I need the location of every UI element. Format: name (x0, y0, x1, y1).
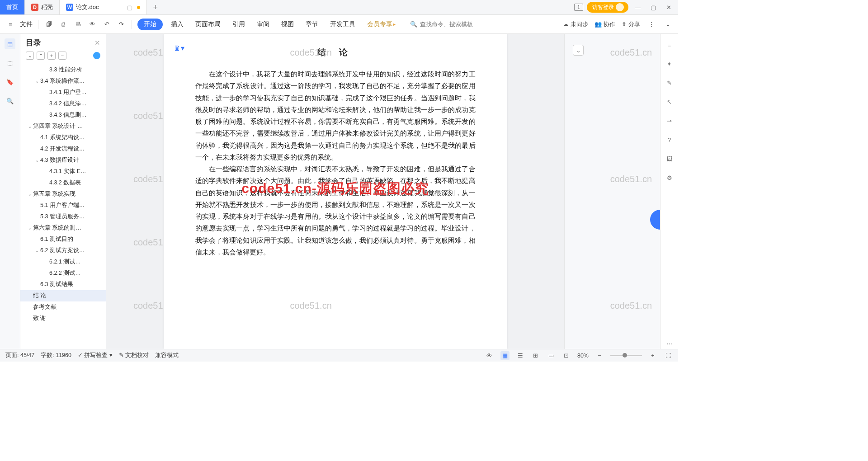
toc-item[interactable]: ⌄第五章 系统实现 (20, 188, 106, 200)
rrail-image-icon[interactable]: 🖼 (664, 153, 675, 164)
screen-icon[interactable]: ▢ (127, 4, 132, 11)
rail-nav-icon[interactable]: ⬚ (5, 57, 15, 68)
status-read-view-icon[interactable]: ▭ (547, 351, 556, 360)
print-icon[interactable]: 🖶 (73, 19, 83, 29)
share-button[interactable]: ⇪分享 (622, 20, 640, 28)
toc-remove-icon[interactable]: − (58, 52, 66, 60)
toc-item[interactable]: ⌄4.3 数据库设计 (20, 155, 106, 166)
right-drawer-handle[interactable] (650, 210, 660, 230)
rrail-gear-icon[interactable]: ⚙ (664, 172, 675, 183)
window-count-icon[interactable]: 1 (574, 4, 583, 11)
zoom-fit-icon[interactable]: ⊡ (562, 351, 571, 360)
toc-item[interactable]: 5.3 管理员服务… (20, 211, 106, 222)
toc-item[interactable]: 5.1 用户客户端… (20, 200, 106, 211)
page-anchor-icon[interactable]: 🗎▾ (174, 44, 184, 52)
rrail-style-icon[interactable]: ≡ (664, 39, 675, 50)
status-spellcheck[interactable]: ✓ 拼写检查 ▾ (78, 352, 113, 359)
zoom-in-icon[interactable]: + (648, 351, 657, 360)
zoom-level[interactable]: 80% (577, 353, 589, 359)
tab-daoke[interactable]: D稻壳 (25, 0, 60, 14)
status-compat[interactable]: 兼容模式 (155, 352, 179, 359)
toc-expand-icon[interactable]: ⌃ (37, 52, 45, 60)
toc-item[interactable]: 致 谢 (20, 313, 106, 324)
toc-item[interactable]: ⌄3.4 系统操作流… (20, 75, 106, 87)
status-proof[interactable]: ✎ 文档校对 (119, 352, 149, 359)
menu-start[interactable]: 开始 (137, 19, 163, 30)
login-button[interactable]: 访客登录 (587, 2, 628, 13)
menu-reference[interactable]: 引用 (229, 19, 249, 30)
rrail-help-icon[interactable]: ? (664, 134, 675, 145)
close-button[interactable]: ✕ (663, 1, 675, 13)
menu-view[interactable]: 视图 (278, 19, 297, 30)
menu-layout[interactable]: 页面布局 (192, 19, 224, 30)
toc-item[interactable]: ⌄第四章 系统设计 … (20, 121, 106, 132)
toc-item[interactable]: 3.4.2 信息添… (20, 98, 106, 109)
maximize-button[interactable]: ▢ (647, 1, 659, 13)
rrail-more-icon[interactable]: ⋯ (664, 338, 675, 349)
tab-home[interactable]: 首页 (0, 0, 25, 14)
redo-icon[interactable]: ↷ (116, 19, 126, 29)
export-icon[interactable]: ⎙ (58, 19, 68, 29)
toc-item[interactable]: 4.3.1 实体 E… (20, 166, 106, 177)
rrail-edit-icon[interactable]: ✎ (664, 77, 675, 88)
zoom-out-icon[interactable]: − (595, 351, 604, 360)
toc-item[interactable]: 4.3.2 数据表 (20, 177, 106, 188)
toc-item[interactable]: 参考文献 (20, 301, 106, 313)
toc-item[interactable]: 4.1 系统架构设… (20, 132, 106, 143)
minimize-button[interactable]: — (632, 1, 644, 13)
command-search[interactable]: 🔍 (408, 21, 485, 28)
more-icon[interactable]: ⋮ (646, 19, 656, 29)
status-web-view-icon[interactable]: ⊞ (531, 351, 540, 360)
toc-item[interactable]: 4.2 开发流程设… (20, 143, 106, 155)
toc-item[interactable]: ⌄第六章 系统的测… (20, 222, 106, 234)
toc-item[interactable]: 结 论 (20, 290, 106, 301)
fullscreen-icon[interactable]: ⛶ (664, 351, 673, 360)
preview-icon[interactable]: 👁 (87, 19, 97, 29)
file-menu[interactable]: 文件 (20, 20, 33, 28)
hamburger-icon[interactable]: ≡ (5, 19, 15, 29)
status-page-view-icon[interactable]: ▦ (500, 351, 509, 360)
toc-item[interactable]: 6.2.1 测试… (20, 256, 106, 268)
tab-new[interactable]: + (147, 0, 165, 14)
watermark: code51.cn (290, 301, 332, 311)
status-outline-view-icon[interactable]: ☰ (516, 351, 525, 360)
toc-item[interactable]: ⌄6.2 测试方案设… (20, 245, 106, 256)
toc-sync-icon[interactable] (93, 52, 100, 59)
status-words[interactable]: 字数: 11960 (41, 352, 71, 359)
save-icon[interactable]: 🗐 (44, 19, 54, 29)
paragraph: 在一些编程语言的系统实现中，对词汇表不太熟悉，导致了开发的困难，但是我通过了合适… (195, 163, 476, 258)
unsync-button[interactable]: ☁未同步 (563, 20, 588, 28)
search-input[interactable] (420, 21, 483, 28)
zoom-slider[interactable] (610, 355, 642, 356)
rail-outline-icon[interactable]: ▤ (5, 38, 15, 49)
collapse-ribbon-icon[interactable]: ⌄ (663, 19, 673, 29)
menu-vip[interactable]: 会员专享 ▸ (363, 19, 399, 30)
coop-button[interactable]: 👥协作 (594, 20, 615, 28)
rrail-settings-icon[interactable]: ⊸ (664, 115, 675, 126)
toc-item[interactable]: 6.3 测试结果 (20, 279, 106, 290)
toc-item[interactable]: 3.4.1 用户登… (20, 87, 106, 98)
undo-icon[interactable]: ↶ (102, 19, 112, 29)
share-icon: ⇪ (622, 21, 627, 28)
right-panel-toggle-icon[interactable]: ⌄ (573, 45, 584, 56)
document-pane[interactable]: code51.cn code51.cn code51.cn code51.cn … (106, 34, 564, 349)
toc-item[interactable]: 3.3 性能分析 (20, 64, 106, 75)
toc-item[interactable]: 6.2.2 测试… (20, 268, 106, 279)
menu-devtools[interactable]: 开发工具 (326, 19, 359, 30)
toc-close-icon[interactable]: ✕ (94, 39, 100, 47)
rail-search-icon[interactable]: 🔍 (5, 95, 15, 106)
toc-add-icon[interactable]: + (47, 52, 56, 60)
rrail-optimize-icon[interactable]: ✦ (664, 58, 675, 69)
toc-item[interactable]: 6.1 测试目的 (20, 234, 106, 245)
tab-document[interactable]: W 论文.doc ▢ (60, 0, 147, 14)
toc-collapse-icon[interactable]: ⌄ (26, 52, 34, 60)
rail-bookmark-icon[interactable]: 🔖 (5, 76, 15, 87)
rrail-select-icon[interactable]: ↖ (664, 96, 675, 107)
menu-chapter[interactable]: 章节 (302, 19, 322, 30)
menu-insert[interactable]: 插入 (167, 19, 187, 30)
toc-item[interactable]: 3.4.3 信息删… (20, 109, 106, 121)
menu-review[interactable]: 审阅 (253, 19, 273, 30)
status-page[interactable]: 页面: 45/47 (5, 352, 34, 359)
status-eye-icon[interactable]: 👁 (485, 351, 494, 360)
titlebar: 首页 D稻壳 W 论文.doc ▢ + 1 访客登录 — ▢ ✕ (0, 0, 678, 15)
